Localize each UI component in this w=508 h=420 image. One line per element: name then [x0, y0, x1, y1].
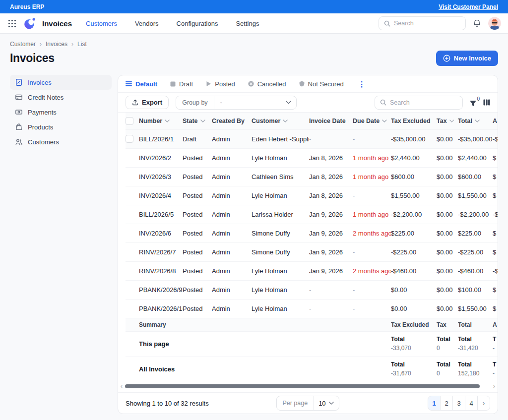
cell-due-date: 2 months ago	[353, 224, 391, 242]
column-header-due-date[interactable]: Due Date	[353, 113, 391, 129]
breadcrumb-item[interactable]: List	[77, 41, 87, 48]
table-row[interactable]: INV/2026/4 Posted Admin Lyle Holman Jan …	[126, 186, 498, 205]
scroll-right-icon[interactable]: ›	[493, 383, 496, 389]
cell-invoice-date: Jan 9, 2026	[309, 224, 353, 242]
play-icon	[206, 81, 211, 87]
group-by-select[interactable]: Group by -	[176, 96, 297, 110]
cell-total: -$35,000.00	[458, 129, 493, 148]
cell-invoice-date: Jan 9, 2026	[309, 205, 353, 224]
page-button[interactable]: 1	[428, 396, 441, 411]
page-button[interactable]: 3	[452, 396, 465, 411]
column-header-tax-excluded[interactable]: Tax Excluded	[391, 113, 437, 129]
export-button[interactable]: Export	[126, 96, 169, 109]
cell-amount-due-clipped: $	[493, 186, 498, 205]
cell-total: $2,440.00	[458, 148, 493, 167]
breadcrumb-item[interactable]: Customer	[10, 41, 36, 48]
scrollbar-track[interactable]	[125, 384, 491, 388]
cell-amount-due-clipped: $	[493, 224, 498, 242]
sidebar-item-credit-notes[interactable]: Credit Notes	[10, 90, 112, 105]
cell-state: Posted	[183, 261, 212, 280]
table-row[interactable]: INV/2026/2 Posted Admin Lyle Holman Jan …	[126, 148, 498, 167]
cell-invoice-date: -	[309, 299, 353, 318]
nav-tab-settings[interactable]: Settings	[236, 20, 259, 27]
column-header-invoice-date[interactable]: Invoice Date	[309, 113, 353, 129]
sort-chevron-icon	[165, 120, 170, 122]
app-logo-icon[interactable]	[23, 17, 36, 30]
notifications-bell-icon[interactable]	[473, 19, 481, 28]
sidebar-item-customers[interactable]: Customers	[10, 134, 112, 149]
row-checkbox[interactable]	[126, 135, 133, 143]
apps-grid-icon[interactable]	[7, 18, 17, 29]
cell-invoice-date: Jan 8, 2026	[309, 186, 353, 205]
navbar: Invoices Customers Vendors Configuration…	[0, 13, 508, 34]
nav-tab-vendors[interactable]: Vendors	[135, 20, 159, 27]
cell-customer: Lyle Holman	[252, 299, 309, 318]
sidebar-item-label: Payments	[28, 109, 57, 116]
cell-tax: $0.00	[437, 224, 458, 242]
cell-tax-excluded: $600.00	[391, 167, 437, 186]
column-header-tax[interactable]: Tax	[437, 113, 458, 129]
cell-tax: $0.00	[437, 261, 458, 280]
column-header-state[interactable]: State	[183, 113, 212, 129]
select-all-cell	[126, 113, 139, 129]
filter-funnel-icon[interactable]: 0	[469, 98, 477, 107]
tab-not-secured[interactable]: Not Secured	[299, 80, 344, 88]
tab-default[interactable]: Default	[126, 80, 157, 88]
table-row[interactable]: INV/2026/6 Posted Admin Simone Duffy Jan…	[126, 224, 498, 242]
cell-tax-excluded: -$225.00	[391, 242, 437, 261]
table-row[interactable]: BILL/2026/1 Draft Admin Eden Hebert -Sup…	[126, 129, 498, 148]
list-icon	[126, 81, 132, 87]
new-invoice-button[interactable]: New Invoice	[436, 51, 498, 66]
global-search-input[interactable]	[394, 20, 460, 27]
cell-due-date: 1 month ago	[353, 148, 391, 167]
sidebar-item-payments[interactable]: Payments	[10, 105, 112, 120]
cell-total: -$225.00	[458, 242, 493, 261]
chevron-down-icon	[286, 96, 296, 109]
cell-tax: $0.00	[437, 280, 458, 299]
table-row[interactable]: RINV/2026/8 Posted Admin Lyle Holman Jan…	[126, 261, 498, 280]
sidebar-item-products[interactable]: Products	[10, 120, 112, 134]
column-header-created-by[interactable]: Created By	[212, 113, 252, 129]
more-options-kebab-icon[interactable]: ⋮	[357, 80, 367, 88]
table-row[interactable]: INV/2026/3 Posted Admin Cathleen Sims Ja…	[126, 167, 498, 186]
column-settings-icon[interactable]	[483, 99, 490, 106]
invoices-table: Number State Created By Customer Invoice…	[118, 113, 498, 382]
column-header-customer[interactable]: Customer	[252, 113, 309, 129]
scroll-left-icon[interactable]: ‹	[120, 383, 123, 389]
tab-posted[interactable]: Posted	[206, 80, 235, 88]
sidebar-item-label: Credit Notes	[28, 94, 64, 101]
column-header-number[interactable]: Number	[139, 113, 183, 129]
table-row[interactable]: PBANK/2026/10 Posted Admin Lyle Holman -…	[126, 299, 498, 318]
nav-tab-customers[interactable]: Customers	[86, 20, 117, 27]
table-search-input[interactable]	[390, 99, 457, 106]
cell-select	[126, 148, 139, 167]
page-title: Invoices	[10, 52, 55, 65]
table-row[interactable]: PBANK/2026/9 Posted Admin Lyle Holman - …	[126, 280, 498, 299]
cell-created-by: Admin	[212, 205, 252, 224]
table-row[interactable]: RINV/2026/7 Posted Admin Simone Duffy Ja…	[126, 242, 498, 261]
page-button[interactable]: 2	[440, 396, 453, 411]
avatar[interactable]	[488, 17, 501, 30]
nav-tab-configurations[interactable]: Configurations	[177, 20, 218, 27]
cell-total: $225.00	[458, 224, 493, 242]
tab-cancelled[interactable]: Cancelled	[248, 80, 286, 88]
breadcrumb-item[interactable]: Invoices	[46, 41, 67, 48]
column-header-total[interactable]: Total	[458, 113, 493, 129]
cell-select	[126, 242, 139, 261]
visit-customer-panel-link[interactable]: Visit Customer Panel	[439, 3, 498, 10]
page-button[interactable]: 4	[465, 396, 478, 411]
tab-draft[interactable]: Draft	[170, 80, 193, 88]
cell-state: Posted	[183, 224, 212, 242]
sidebar-item-invoices[interactable]: Invoices	[10, 75, 112, 90]
column-header-amount-clipped[interactable]: A	[493, 113, 498, 129]
table-row[interactable]: BILL/2026/5 Posted Admin Larissa Holder …	[126, 205, 498, 224]
select-all-checkbox[interactable]	[126, 117, 133, 125]
cell-total: $600.00	[458, 167, 493, 186]
next-page-button[interactable]: ›	[477, 396, 490, 411]
per-page-select[interactable]: Per page 10	[276, 396, 339, 411]
cell-tax: $0.00	[437, 299, 458, 318]
scrollbar-thumb[interactable]	[125, 384, 480, 388]
cell-due-date: 1 month ago	[353, 205, 391, 224]
sidebar-item-label: Invoices	[28, 79, 52, 86]
cell-tax: $0.00	[437, 148, 458, 167]
